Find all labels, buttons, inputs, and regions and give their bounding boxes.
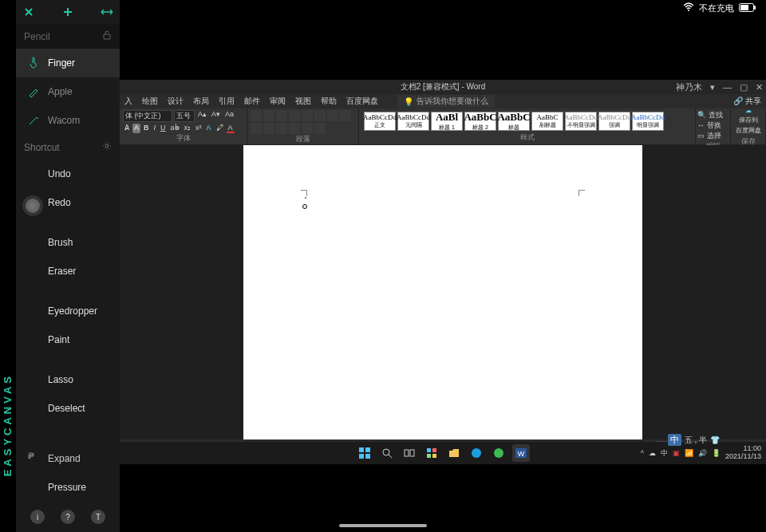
input-wacom[interactable]: Wacom — [16, 106, 120, 135]
taskbar-browser[interactable] — [490, 444, 507, 462]
tab-references[interactable]: 引用 — [219, 96, 235, 107]
pressure-row[interactable]: Pressure — [16, 473, 120, 502]
marks-icon[interactable] — [327, 110, 338, 121]
add-icon[interactable] — [60, 4, 76, 20]
style-tile-5[interactable]: AaBbC副标题 — [531, 112, 563, 131]
maximize-icon[interactable]: ▢ — [740, 82, 748, 93]
tool-eyedropper[interactable]: Eyedropper — [16, 297, 120, 325]
shrink-font-icon[interactable]: A▾ — [210, 110, 222, 122]
phonetic-icon[interactable]: A — [132, 124, 140, 133]
find-button[interactable]: 🔍 查找 — [697, 110, 728, 120]
ime-mode[interactable]: 中 — [668, 434, 681, 446]
tab-review[interactable]: 审阅 — [270, 96, 286, 107]
tray-app-icon[interactable]: ▣ — [673, 449, 680, 457]
dec-indent-icon[interactable] — [289, 110, 300, 121]
font-size[interactable]: 五号 — [174, 110, 195, 122]
tool-brush[interactable]: Brush — [16, 228, 120, 257]
tab-insert[interactable]: 入 — [124, 96, 132, 107]
share-button[interactable]: 🔗 共享 — [733, 96, 761, 107]
underline-icon[interactable]: U — [159, 124, 168, 133]
tray-battery-icon[interactable]: 🔋 — [712, 449, 721, 457]
tool-paint[interactable]: Paint — [16, 325, 120, 354]
tray-clock[interactable]: 11:00 2021/11/13 — [725, 445, 761, 461]
highlight-icon[interactable]: 🖍 — [215, 124, 225, 133]
bold-icon[interactable]: B — [142, 124, 151, 133]
taskbar-search[interactable] — [378, 444, 396, 462]
info-icon[interactable]: i — [30, 510, 45, 524]
style-tile-4[interactable]: AaBbC标题 — [498, 112, 530, 131]
arrows-icon[interactable] — [99, 4, 115, 20]
sort-icon[interactable] — [314, 110, 326, 121]
input-finger[interactable]: Finger — [16, 49, 120, 77]
taskbar-word[interactable]: W — [512, 444, 530, 462]
font-name[interactable]: 体 (中文正) — [123, 110, 172, 122]
align-center-icon[interactable] — [251, 123, 262, 134]
italic-icon[interactable]: I — [152, 124, 158, 133]
style-tile-1[interactable]: AaBbCcDd无间隔 — [397, 112, 429, 131]
numbering-icon[interactable] — [263, 110, 274, 121]
tab-view[interactable]: 视图 — [295, 96, 311, 107]
taskbar-edge[interactable] — [468, 444, 485, 462]
gear-icon[interactable] — [102, 141, 112, 153]
borders-icon[interactable] — [314, 123, 326, 134]
home-indicator[interactable] — [339, 524, 427, 527]
clear-format-icon[interactable]: A̷ — [123, 124, 131, 133]
save-cloud-group[interactable]: ☁ 保存到 百度网盘 保存 — [731, 108, 766, 144]
tab-help[interactable]: 帮助 — [321, 96, 337, 107]
style-tile-8[interactable]: AaBbCcDd明显强调 — [632, 112, 664, 131]
select-button[interactable]: ▭ 选择 — [697, 131, 728, 141]
sup-icon[interactable]: x² — [194, 124, 203, 133]
text-icon[interactable]: T — [91, 510, 105, 524]
tray-wifi-icon[interactable]: 📶 — [685, 449, 693, 457]
grow-font-icon[interactable]: A▴ — [196, 110, 208, 122]
tool-deselect[interactable]: Deselect — [16, 394, 120, 423]
ribbon-options-icon[interactable]: ▾ — [710, 82, 715, 93]
justify-icon[interactable] — [276, 123, 287, 134]
tab-mailings[interactable]: 邮件 — [244, 96, 260, 107]
change-case-icon[interactable]: Aa — [223, 110, 235, 122]
align-right-icon[interactable] — [263, 123, 274, 134]
taskbar-start[interactable] — [356, 444, 373, 462]
replace-button[interactable]: ↔ 替换 — [697, 120, 728, 131]
minimize-icon[interactable]: — — [723, 82, 732, 92]
style-tile-2[interactable]: AaBl标题 1 — [431, 112, 463, 131]
pencil-row[interactable]: Pencil — [16, 24, 120, 49]
tray-ime[interactable]: 中 — [661, 448, 668, 459]
align-left-icon[interactable] — [340, 110, 351, 121]
style-tile-6[interactable]: AaBbCcDd不明显强调 — [565, 112, 597, 131]
expand-row[interactable]: Expand — [16, 443, 120, 473]
multilevel-icon[interactable] — [276, 110, 287, 121]
text-effects-icon[interactable]: A — [205, 124, 213, 133]
tell-me-search[interactable]: 💡 告诉我你想要做什么 — [397, 95, 495, 108]
strike-icon[interactable]: ab̶ — [169, 124, 181, 133]
bullets-icon[interactable] — [251, 110, 262, 121]
tool-lasso[interactable]: Lasso — [16, 365, 120, 394]
input-apple[interactable]: Apple — [16, 77, 120, 106]
tray-chevron-icon[interactable]: ^ — [641, 449, 644, 457]
taskbar-explorer[interactable] — [445, 444, 463, 462]
tool-eraser[interactable]: Eraser — [16, 257, 120, 286]
style-tile-3[interactable]: AaBbC标题 2 — [464, 112, 496, 131]
tray-cloud-icon[interactable]: ☁ — [649, 449, 656, 457]
close-window-icon[interactable]: ✕ — [756, 82, 763, 93]
font-color-icon[interactable]: A — [227, 124, 235, 133]
tab-layout[interactable]: 布局 — [193, 96, 209, 107]
line-spacing-icon[interactable] — [289, 123, 300, 134]
style-name: 标题 1 — [439, 124, 455, 132]
document-area[interactable]: ˅ — [120, 145, 766, 439]
tab-baidu[interactable]: 百度网盘 — [346, 96, 378, 107]
taskbar-taskview[interactable] — [401, 444, 418, 462]
tray-volume-icon[interactable]: 🔊 — [698, 449, 707, 457]
style-tile-7[interactable]: AaBbCcDd强调 — [598, 112, 630, 131]
close-icon[interactable] — [21, 4, 37, 20]
shading-icon[interactable] — [302, 123, 313, 134]
tool-undo[interactable]: Undo — [16, 160, 120, 188]
tab-draw[interactable]: 绘图 — [142, 96, 158, 107]
taskbar-widgets[interactable] — [423, 444, 440, 462]
sub-icon[interactable]: x₂ — [183, 124, 193, 133]
tab-design[interactable]: 设计 — [168, 96, 184, 107]
inc-indent-icon[interactable] — [302, 110, 313, 121]
help-icon[interactable]: ? — [61, 510, 75, 524]
page-canvas[interactable]: ˅ — [243, 145, 642, 439]
style-tile-0[interactable]: AaBbCcDd正文 — [364, 112, 396, 131]
